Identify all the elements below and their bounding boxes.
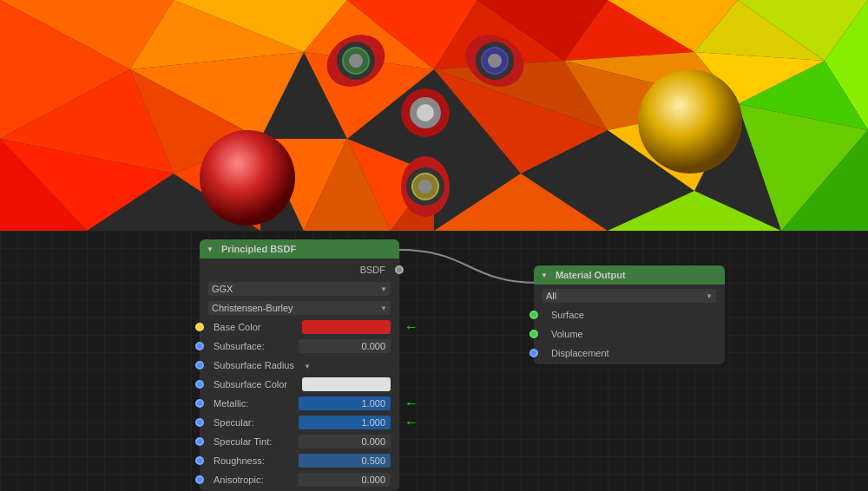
principled-bsdf-title: Principled BSDF [221,244,296,254]
subsurface-color-field[interactable] [302,377,391,391]
subsurface-method-select[interactable]: Christensen-Burley Random Walk [208,301,391,315]
principled-bsdf-body: BSDF GGX Multiscatter GGX ▼ Christensen-… [200,259,399,491]
subsurface-method-row: Christensen-Burley Random Walk ▼ [200,298,399,318]
displacement-socket[interactable] [529,349,538,357]
subsurface-method-wrapper: Christensen-Burley Random Walk ▼ [208,301,391,315]
svg-point-39 [417,104,434,121]
surface-socket[interactable] [529,311,538,319]
svg-marker-29 [434,173,608,231]
material-output-node: ▼ Material Output All Cycles EEVEE ▼ Sur… [534,265,725,364]
svg-point-36 [638,69,742,173]
material-output-title: Material Output [556,270,626,280]
specular-tint-label: Specular Tint: [205,436,295,447]
anisotropic-socket[interactable] [195,475,204,484]
node-editor[interactable]: ▼ Principled BSDF BSDF GGX Multiscatter … [0,231,868,491]
svg-point-35 [200,130,295,226]
metallic-value[interactable]: 1.000 [299,396,391,410]
bsdf-output-socket[interactable] [395,265,404,274]
subsurface-row: Subsurface: 0.000 [200,337,399,356]
distribution-row: GGX Multiscatter GGX ▼ [200,279,399,298]
specular-arrow: ← [404,415,418,430]
principled-bsdf-node: ▼ Principled BSDF BSDF GGX Multiscatter … [200,239,399,491]
subsurface-label: Subsurface: [205,341,295,351]
subsurface-color-socket[interactable] [195,380,204,389]
specular-label: Specular: [205,417,295,428]
metallic-socket[interactable] [195,399,204,408]
principled-bsdf-header: ▼ Principled BSDF [200,239,399,259]
subsurface-color-row: Subsurface Color [200,375,399,394]
svg-point-43 [349,54,363,68]
subsurface-color-label: Subsurface Color [205,379,302,390]
anisotropic-value[interactable]: 0.000 [299,473,391,487]
specular-tint-value[interactable]: 0.000 [299,435,391,448]
material-output-collapse-icon[interactable]: ▼ [541,272,548,279]
anisotropic-label: Anisotropic: [205,475,295,485]
base-color-field[interactable] [302,320,391,334]
bsdf-output-label: BSDF [360,265,394,275]
specular-tint-row: Specular Tint: 0.000 [200,432,399,451]
displacement-row: Displacement [534,344,725,363]
material-output-header: ▼ Material Output [534,265,725,285]
svg-point-47 [488,54,502,68]
anisotropic-row: Anisotropic: 0.000 [200,470,399,489]
specular-value[interactable]: 1.000 [299,416,391,429]
subsurface-radius-label: Subsurface Radius [205,360,300,370]
subsurface-radius-socket[interactable] [195,361,204,370]
viewport-3d[interactable] [0,0,868,231]
metallic-row: Metallic: 1.000 ← [200,394,399,413]
subsurface-socket[interactable] [195,342,204,350]
volume-label: Volume [541,329,583,339]
svg-point-51 [418,180,432,193]
material-target-row: All Cycles EEVEE ▼ [534,286,725,305]
roughness-value[interactable]: 0.500 [299,454,391,468]
svg-marker-28 [608,191,781,231]
material-output-body: All Cycles EEVEE ▼ Surface Volume [534,285,725,364]
base-color-arrow: ← [404,319,418,335]
roughness-row: Roughness: 0.500 [200,451,399,470]
volume-socket[interactable] [529,330,538,338]
base-color-row: Base Color ← [200,318,399,337]
collapse-icon[interactable]: ▼ [207,245,214,253]
specular-tint-socket[interactable] [195,437,204,446]
subsurface-radius-wrapper: ▼ [304,360,391,370]
displacement-label: Displacement [541,348,609,358]
roughness-label: Roughness: [205,455,295,466]
material-target-select[interactable]: All Cycles EEVEE [542,289,716,303]
subsurface-value[interactable]: 0.000 [299,339,391,353]
base-color-label: Base Color [205,322,302,332]
bsdf-output-row: BSDF [200,260,399,279]
subsurface-radius-arrow: ▼ [304,363,311,370]
roughness-socket[interactable] [195,456,204,465]
surface-row: Surface [534,305,725,324]
base-color-socket[interactable] [195,323,204,331]
specular-socket[interactable] [195,418,204,427]
specular-row: Specular: 1.000 ← [200,413,399,432]
surface-label: Surface [541,310,584,320]
distribution-select[interactable]: GGX Multiscatter GGX [208,282,391,296]
metallic-arrow: ← [404,396,418,411]
subsurface-radius-row: Subsurface Radius ▼ [200,356,399,375]
material-target-wrapper: All Cycles EEVEE ▼ [542,289,716,303]
distribution-select-wrapper: GGX Multiscatter GGX ▼ [208,282,391,296]
metallic-label: Metallic: [205,398,295,409]
volume-row: Volume [534,324,725,344]
